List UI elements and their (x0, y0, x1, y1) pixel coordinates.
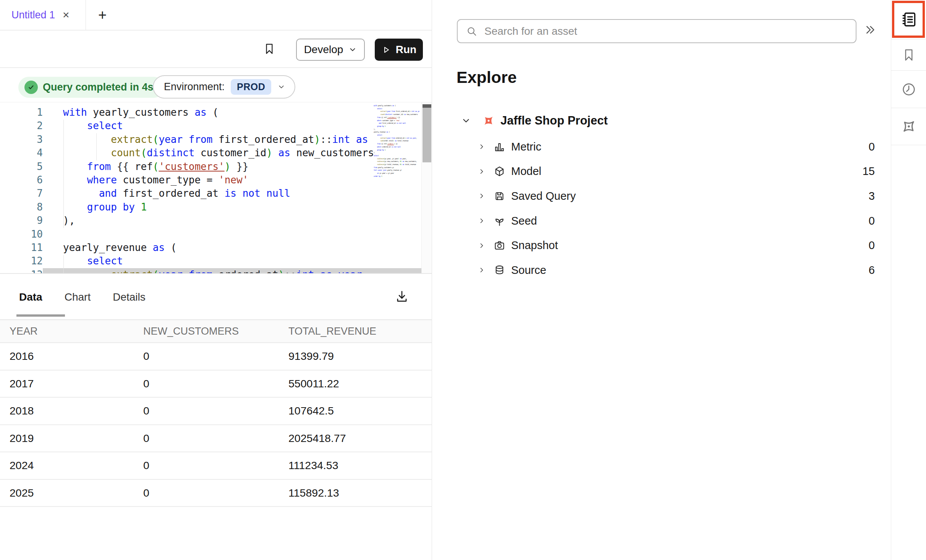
table-cell: 91399.79 (288, 350, 432, 363)
chevron-right-icon[interactable] (478, 168, 486, 175)
minimap-line: select (374, 154, 419, 157)
code-line[interactable]: 1with yearly_customers as ( (0, 106, 421, 119)
tree-item-snapshot[interactable]: Snapshot0 (432, 233, 891, 258)
table-body: 2016091399.7920170550011.2220180107642.5… (0, 343, 432, 507)
environment-label: Environment: (164, 81, 225, 93)
minimap-line: where ordered_at is not null (374, 146, 419, 149)
tab-untitled-1[interactable]: Untitled 1 × (0, 0, 86, 30)
code-line[interactable]: 11yearly_revenue as ( (0, 241, 421, 254)
minimap-line: coalesce(yc.new_customers, 0) as new_cus… (374, 160, 419, 163)
chevron-right-icon[interactable] (478, 242, 486, 249)
status-bar: Query completed in 4s Environment: PROD (0, 68, 432, 102)
tree-item-count: 15 (863, 165, 875, 178)
line-number: 9 (0, 214, 43, 227)
code-text: count(distinct customer_id) as new_custo… (43, 146, 421, 160)
minimap-line: group by 1 (374, 149, 419, 152)
results-tabs: DataChartDetails (19, 275, 146, 319)
new-tab-button[interactable]: + (91, 0, 114, 30)
chevron-right-icon[interactable] (478, 192, 486, 200)
minimap-line: where customer_type = 'new' (374, 119, 419, 122)
history-icon (901, 82, 916, 97)
snapshot-icon (494, 240, 505, 251)
tree-item-label: Source (511, 264, 546, 277)
asset-search-box[interactable] (457, 19, 856, 43)
minimap-line: coalesce(yc.year, yr.year) as year, (374, 157, 419, 160)
editor-pane: Untitled 1 × + Develop Run Query complet… (0, 0, 432, 560)
minimap-line: coalesce(yr.total_revenue, 0) as total_r… (374, 163, 419, 166)
table-cell: 0 (143, 459, 288, 472)
rail-button-dbt-outline[interactable] (891, 108, 926, 145)
chevron-right-icon[interactable] (478, 266, 486, 274)
code-line[interactable]: 10 (0, 228, 421, 241)
minimap-line: count(distinct customer_id) as new_custo… (374, 113, 419, 116)
line-number: 12 (0, 254, 43, 268)
metric-icon (494, 141, 505, 153)
table-cell: 0 (143, 405, 288, 417)
seed-icon (494, 215, 505, 227)
environment-value-badge: PROD (231, 79, 271, 95)
tab-chart[interactable]: Chart (65, 275, 91, 319)
tree-item-count: 6 (869, 264, 875, 277)
code-text: group by 1 (43, 201, 421, 214)
minimap-line: ) (374, 151, 419, 154)
code-text: from {{ ref('customers') }} (43, 160, 421, 173)
tree-item-label: Seed (511, 215, 537, 227)
table-row: 20170550011.22 (0, 371, 432, 398)
environment-dropdown[interactable]: Environment: PROD (153, 75, 295, 99)
table-row: 20250115892.13 (0, 480, 432, 507)
develop-dropdown[interactable]: Develop (296, 39, 365, 61)
table-row: 20180107642.5 (0, 398, 432, 425)
editor-scrollbar[interactable] (421, 102, 432, 274)
bookmark-icon[interactable] (263, 41, 278, 58)
double-chevron-right-icon[interactable] (864, 24, 881, 39)
tree-item-project[interactable]: Jaffle Shop Project (457, 111, 877, 131)
tree-item-count: 3 (869, 190, 875, 202)
scrollbar-thumb[interactable] (423, 104, 431, 162)
search-input[interactable] (484, 25, 848, 37)
minimap-line: group by 1 (374, 125, 419, 128)
tree-item-seed[interactable]: Seed0 (432, 209, 891, 233)
table-cell: 0 (143, 487, 288, 499)
develop-label: Develop (304, 44, 343, 56)
code-text (43, 228, 421, 241)
minimap-content: with yearly_customers as ( select extrac… (374, 104, 419, 178)
rail-button-catalog[interactable] (891, 0, 926, 39)
minimap-line: select (374, 134, 419, 137)
tab-details[interactable]: Details (113, 275, 146, 319)
rail-button-bookmark[interactable] (891, 39, 926, 71)
close-icon[interactable]: × (63, 9, 70, 21)
chevron-right-icon[interactable] (478, 217, 486, 225)
chevron-right-icon[interactable] (478, 143, 486, 151)
tree-item-label: Saved Query (511, 190, 576, 202)
code-text: yearly_revenue as ( (43, 241, 421, 254)
table-cell: 2025 (0, 487, 143, 499)
tree-item-count: 0 (869, 215, 875, 227)
run-label: Run (396, 44, 416, 56)
table-cell: 107642.5 (288, 405, 432, 417)
run-button[interactable]: Run (375, 39, 423, 61)
dbt-logo-icon (482, 114, 495, 128)
minimap-line: and first_ordered_at is not null (374, 122, 419, 125)
explore-tree-items: Metric0Model15Saved Query3Seed0Snapshot0… (432, 134, 891, 283)
tree-item-model[interactable]: Model15 (432, 159, 891, 184)
tree-item-saved-query[interactable]: Saved Query3 (432, 184, 891, 209)
tree-item-metric[interactable]: Metric0 (432, 134, 891, 159)
rail-button-history[interactable] (891, 71, 926, 108)
indent-guide (63, 120, 64, 228)
download-icon[interactable] (395, 289, 411, 306)
tab-data[interactable]: Data (19, 275, 42, 319)
line-number: 2 (0, 119, 43, 133)
chevron-down-icon[interactable] (461, 116, 471, 126)
minimap[interactable]: with yearly_customers as ( select extrac… (374, 104, 419, 194)
tree-item-source[interactable]: Source6 (432, 258, 891, 283)
tree-item-count: 0 (869, 239, 875, 252)
line-number: 5 (0, 160, 43, 173)
table-row: 20240111234.53 (0, 452, 432, 480)
dbt-outline-icon (900, 118, 917, 135)
tab-bar: Untitled 1 × + (0, 0, 432, 31)
line-number: 8 (0, 201, 43, 214)
sql-editor[interactable]: 1with yearly_customers as (2 select3 ext… (0, 102, 432, 274)
table-row: 2016091399.79 (0, 343, 432, 371)
table-row: 201902025418.77 (0, 425, 432, 453)
scrollbar-thumb-cap (423, 104, 431, 108)
